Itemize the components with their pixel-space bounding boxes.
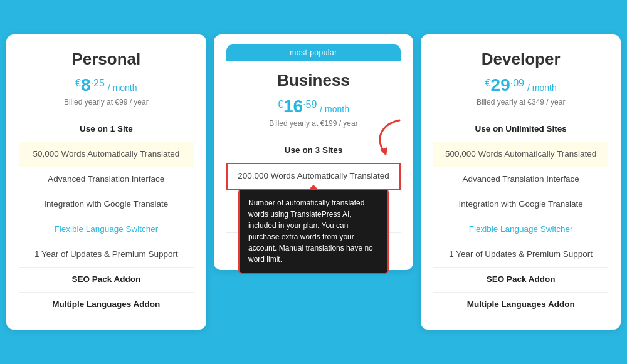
- plan-name-business: Business: [226, 71, 401, 90]
- red-arrow-icon: [371, 117, 406, 161]
- amount-developer: 29: [491, 75, 510, 95]
- currency-business: €: [278, 99, 283, 110]
- decimal-developer: ·09: [510, 78, 524, 88]
- amount-personal: 8: [81, 75, 91, 95]
- plan-card-business: most popular Business €16·59 / month Bil…: [214, 34, 414, 269]
- feature-multilang-developer: Multiple Languages Addon: [433, 292, 608, 317]
- amount-business: 16: [283, 96, 303, 116]
- feature-interface-developer: Advanced Translation Interface: [433, 167, 608, 192]
- words-business-text: 200,000 Words Automatically Translated: [238, 171, 389, 180]
- feature-sites-developer: Use on Unlimited Sites: [433, 117, 608, 142]
- period-developer: / month: [527, 83, 557, 93]
- tooltip-words-business: Number of automatically translated words…: [238, 189, 389, 274]
- billed-developer: Billed yearly at €349 / year: [433, 98, 608, 107]
- feature-multilang-personal: Multiple Languages Addon: [19, 292, 194, 317]
- most-popular-badge: most popular: [226, 44, 401, 61]
- feature-sites-personal: Use on 1 Site: [19, 117, 194, 142]
- plan-price-personal: €8·25 / month: [19, 75, 194, 95]
- feature-google-developer: Integration with Google Translate: [433, 192, 608, 217]
- feature-switcher-personal: Flexible Language Switcher: [19, 217, 194, 242]
- period-business: / month: [320, 104, 349, 114]
- feature-words-developer: 500,000 Words Automatically Translated: [433, 142, 608, 167]
- plan-price-developer: €29·09 / month: [433, 75, 608, 95]
- feature-seo-personal: SEO Pack Addon: [19, 267, 194, 292]
- plan-price-business: €16·59 / month: [226, 96, 401, 117]
- plan-name-personal: Personal: [19, 49, 194, 69]
- currency-developer: €: [485, 78, 491, 88]
- feature-words-business[interactable]: 200,000 Words Automatically Translated N…: [226, 163, 401, 190]
- plan-name-developer: Developer: [433, 49, 608, 69]
- feature-words-personal: 50,000 Words Automatically Translated: [19, 142, 194, 167]
- period-personal: / month: [108, 83, 137, 93]
- feature-updates-developer: 1 Year of Updates & Premium Support: [433, 242, 608, 267]
- billed-personal: Billed yearly at €99 / year: [19, 98, 194, 107]
- decimal-personal: ·25: [91, 78, 105, 88]
- feature-seo-developer: SEO Pack Addon: [433, 267, 608, 292]
- plan-card-developer: Developer €29·09 / month Billed yearly a…: [421, 34, 621, 329]
- pricing-container: Personal €8·25 / month Billed yearly at …: [6, 34, 621, 329]
- feature-google-personal: Integration with Google Translate: [19, 192, 194, 217]
- feature-updates-personal: 1 Year of Updates & Premium Support: [19, 242, 194, 267]
- decimal-business: ·59: [303, 99, 317, 110]
- currency-personal: €: [75, 78, 81, 88]
- feature-switcher-developer: Flexible Language Switcher: [433, 217, 608, 242]
- plan-card-personal: Personal €8·25 / month Billed yearly at …: [6, 34, 206, 329]
- feature-interface-personal: Advanced Translation Interface: [19, 167, 194, 192]
